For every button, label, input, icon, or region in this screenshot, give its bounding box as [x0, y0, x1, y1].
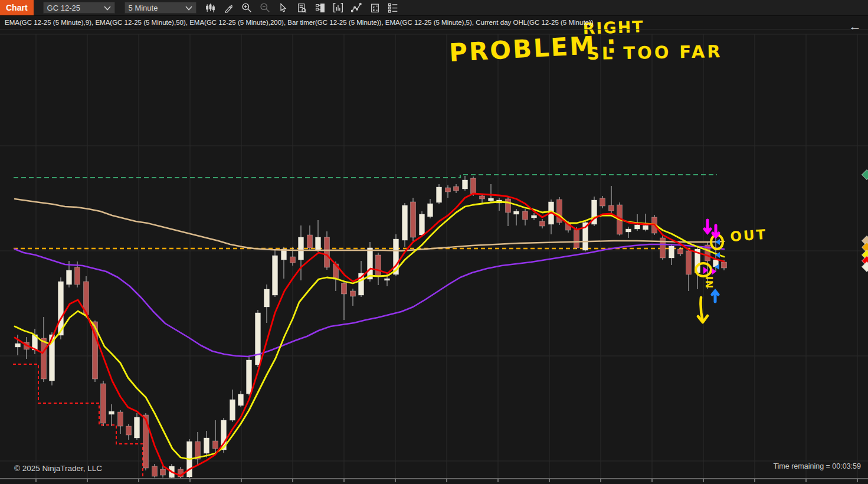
candle-body: [67, 270, 72, 284]
candle-body: [514, 211, 519, 214]
chevron-down-icon: [185, 4, 192, 12]
current-day-high-line: [14, 175, 717, 178]
indicator-header: EMA(GC 12-25 (5 Minute),9), EMA(GC 12-25…: [0, 16, 868, 30]
candle-body: [247, 360, 252, 394]
ema5-line: [15, 194, 724, 476]
candle-body: [669, 246, 674, 258]
magenta-down-arrow: [713, 225, 719, 237]
candle-body: [626, 229, 631, 232]
price-chart[interactable]: PROBLEM :RIGHTSL TOO FAROUTIN: [0, 0, 868, 484]
candle-body: [454, 187, 459, 191]
candle-body: [600, 198, 605, 206]
instrument-select-value: GC 12-25: [47, 4, 80, 12]
chevron-down-icon: [104, 4, 111, 12]
tab-chart[interactable]: Chart: [0, 0, 34, 15]
candle-body: [325, 237, 330, 267]
candle-body: [722, 262, 727, 268]
ninjatrader-chart-window: PROBLEM :RIGHTSL TOO FAROUTIN Chart GC 1…: [0, 0, 868, 484]
chart-bars-icon[interactable]: [333, 2, 344, 14]
candle-body: [506, 199, 511, 212]
candle-body: [428, 204, 433, 217]
candle-body: [471, 178, 476, 194]
zoom-out-icon[interactable]: [260, 2, 271, 14]
candlestick-style-icon[interactable]: [205, 2, 216, 14]
candle-body: [41, 338, 47, 379]
handwritten-note: IN: [703, 276, 715, 289]
candle-body: [299, 237, 304, 260]
candle-body: [161, 469, 166, 475]
candle-body: [152, 466, 158, 476]
copyright-label: © 2025 NinjaTrader, LLC: [14, 464, 102, 473]
candle-body: [307, 235, 313, 248]
candle-body: [609, 205, 614, 211]
candle-body: [385, 279, 390, 280]
candle-body: [480, 196, 485, 199]
toolbar: Chart GC 12-25 5 Minute: [0, 0, 868, 16]
candle-body: [376, 255, 381, 276]
candle-body: [686, 251, 692, 274]
candle-body: [204, 438, 209, 453]
yellow-down-arrow: [698, 297, 707, 322]
candle-body: [351, 291, 356, 296]
candle-body: [643, 225, 648, 230]
candle-body: [135, 417, 140, 438]
candle-body: [489, 198, 494, 201]
candle-body: [532, 215, 537, 218]
magenta-down-arrow: [705, 220, 710, 233]
candle-body: [230, 400, 235, 420]
candle-body: [273, 256, 278, 295]
candle-body: [342, 283, 347, 294]
list-icon[interactable]: [388, 2, 399, 14]
candle-body: [402, 205, 408, 240]
candle-body: [290, 257, 296, 263]
candles: [15, 176, 727, 478]
candle-body: [118, 412, 123, 426]
candle-body: [238, 394, 244, 405]
price-markers: [862, 170, 868, 272]
candle-body: [635, 225, 640, 229]
candle-body: [15, 344, 21, 347]
hand-annotations: PROBLEM :RIGHTSL TOO FAROUTIN: [448, 17, 768, 322]
indicator-panel-icon[interactable]: [315, 2, 326, 14]
handwritten-note: SL TOO FAR: [587, 41, 723, 64]
candle-body: [256, 313, 261, 365]
candle-body: [446, 188, 451, 192]
handwritten-note: OUT: [730, 227, 768, 244]
candle-body: [574, 230, 579, 248]
interval-select[interactable]: 5 Minute: [125, 2, 196, 14]
candle-body: [463, 180, 468, 189]
interval-select-value: 5 Minute: [129, 4, 158, 12]
toolbar-icons: [205, 2, 399, 14]
candle-body: [213, 441, 218, 449]
bar-timer-label: Time remaining = 00:03:59: [773, 462, 861, 470]
candle-body: [126, 426, 132, 435]
candle-body: [678, 249, 683, 254]
zoom-in-icon[interactable]: [241, 2, 253, 14]
gridlines: [0, 34, 868, 478]
day-high-marker: [862, 170, 868, 180]
strategy-clipboard-icon[interactable]: [369, 2, 381, 14]
cursor-icon[interactable]: [278, 2, 289, 14]
candle-body: [420, 214, 425, 235]
candle-body: [411, 202, 416, 237]
draw-pencil-icon[interactable]: [223, 2, 234, 14]
blue-up-arrow: [712, 291, 718, 302]
candle-body: [523, 211, 528, 220]
candle-body: [437, 187, 442, 202]
candle-body: [368, 248, 373, 279]
candle-body: [109, 411, 114, 414]
candle-body: [75, 267, 80, 284]
candle-body: [540, 221, 545, 226]
polyline-tool-icon[interactable]: [351, 2, 362, 14]
data-box-icon[interactable]: [296, 2, 307, 14]
candle-body: [264, 289, 270, 307]
instrument-select[interactable]: GC 12-25: [43, 2, 115, 14]
candle-body: [316, 237, 321, 250]
candle-body: [101, 384, 106, 423]
